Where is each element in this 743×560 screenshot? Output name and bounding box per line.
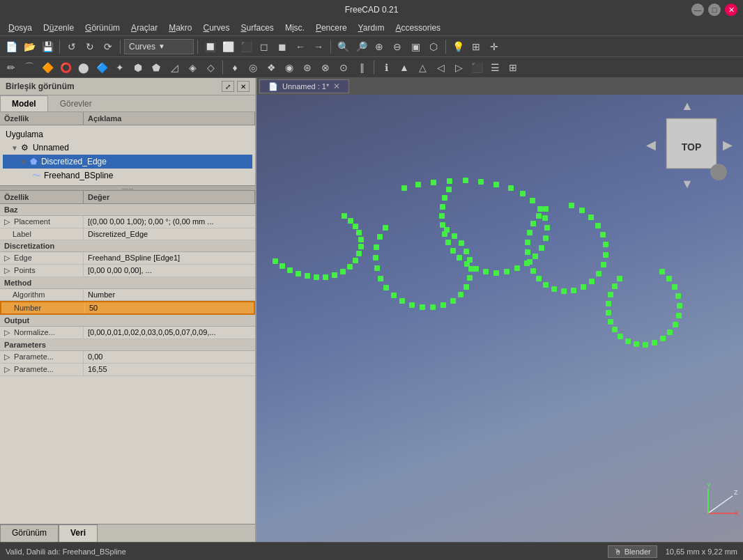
tb2-19[interactable]: ⊙: [335, 59, 352, 76]
tb2-11[interactable]: ◈: [184, 59, 201, 76]
menu-curves[interactable]: Curves: [197, 22, 235, 34]
prop-row-param1[interactable]: ▷ Paramete... 0,00: [0, 351, 255, 364]
tb-zoom2[interactable]: 🔎: [353, 38, 369, 55]
tb2-15[interactable]: ❖: [263, 59, 279, 76]
tb-box[interactable]: ▣: [407, 38, 424, 55]
tb-save[interactable]: 💾: [39, 38, 56, 55]
tb-light[interactable]: 💡: [450, 38, 466, 55]
tb-refresh[interactable]: ⟳: [100, 38, 116, 55]
menu-yardim[interactable]: Yardım: [353, 22, 390, 34]
menu-araclar[interactable]: Araçlar: [125, 22, 163, 34]
tb2-1[interactable]: ✏: [3, 59, 20, 76]
doc-tab-close-btn[interactable]: ✕: [333, 81, 340, 91]
tb-redo[interactable]: ↻: [82, 38, 98, 55]
nav-down-arrow-icon: ▼: [681, 177, 694, 189]
tb2-10[interactable]: ◿: [166, 59, 183, 76]
toggle-edge-icon[interactable]: ▷: [4, 254, 10, 262]
menu-accessories[interactable]: Accessories: [390, 22, 446, 34]
nav-cube[interactable]: ▲ ▼ ◀ ▶ TOP: [645, 99, 736, 189]
tb-undo[interactable]: ↺: [63, 38, 80, 55]
tb-zoom1[interactable]: 🔍: [335, 38, 351, 55]
toggle-param2-icon[interactable]: ▷: [4, 365, 10, 373]
tb-zoom4[interactable]: ⊖: [389, 38, 406, 55]
tb-new[interactable]: 📄: [3, 38, 20, 55]
tb2-7[interactable]: ✦: [112, 59, 128, 76]
prop-value-number[interactable]: 50: [85, 302, 254, 313]
tb2-14[interactable]: ◎: [245, 59, 261, 76]
tb2-26[interactable]: ⬛: [468, 59, 485, 76]
panel-close-btn[interactable]: ✕: [237, 81, 250, 92]
tb2-16[interactable]: ◉: [281, 59, 298, 76]
workbench-dropdown[interactable]: Curves ▼: [124, 39, 194, 54]
tb2-9[interactable]: ⬟: [148, 59, 164, 76]
tb2-23[interactable]: △: [414, 59, 431, 76]
edge-icon: ⬟: [28, 156, 39, 167]
tb-view4[interactable]: ◻: [256, 38, 273, 55]
menu-duzenle[interactable]: Düzenle: [38, 22, 79, 34]
tb2-18[interactable]: ⊗: [317, 59, 334, 76]
maximize-button[interactable]: □: [708, 3, 721, 16]
menu-makro[interactable]: Makro: [163, 22, 197, 34]
toggle-unnamed[interactable]: ▼: [11, 144, 18, 152]
toggle-discretized[interactable]: ▼: [20, 158, 26, 166]
tree-item-unnamed[interactable]: ▼ ⚙ Unnamed: [3, 141, 252, 155]
toggle-placement-icon[interactable]: ▷: [4, 217, 10, 226]
prop-row-placement[interactable]: ▷ Placement [(0,00 0,00 1,00); 0,00 °; (…: [0, 216, 255, 228]
tb2-12[interactable]: ◇: [202, 59, 219, 76]
tb2-13[interactable]: ♦: [227, 59, 243, 76]
tb2-6[interactable]: 🔷: [93, 59, 110, 76]
tb-view2[interactable]: ⬜: [220, 38, 236, 55]
tb-open[interactable]: 📂: [21, 38, 38, 55]
prop-row-number[interactable]: Number 50: [0, 301, 255, 315]
tb2-24[interactable]: ◁: [432, 59, 449, 76]
tree-item-discretized[interactable]: ▼ ⬟ Discretized_Edge: [3, 155, 252, 169]
prop-row-normalize[interactable]: ▷ Normalize... [0,00,0,01,0,02,0,03,0,05…: [0, 327, 255, 339]
minimize-button[interactable]: —: [691, 3, 704, 16]
tab-gorevler[interactable]: Görevler: [48, 95, 104, 111]
menu-dosya[interactable]: Dosya: [3, 22, 38, 34]
toggle-param1-icon[interactable]: ▷: [4, 352, 10, 361]
tb2-22[interactable]: ▲: [396, 59, 413, 76]
menu-surfaces[interactable]: Surfaces: [236, 22, 279, 34]
dropdown-arrow-icon: ▼: [158, 42, 165, 50]
prop-row-edge[interactable]: ▷ Edge Freehand_BSpline [Edge1]: [0, 252, 255, 265]
tb-perspective[interactable]: ⬡: [425, 38, 442, 55]
viewport[interactable]: 📄 Unnamed : 1* ✕ ▲ ▼ ◀ ▶ TOP: [256, 78, 743, 542]
menu-gorunum[interactable]: Görünüm: [79, 22, 125, 34]
prop-row-points[interactable]: ▷ Points [0,00 0,00 0,00], ...: [0, 265, 255, 277]
tb-view3[interactable]: ⬛: [238, 38, 254, 55]
tb2-2[interactable]: ⌒: [21, 59, 38, 76]
menu-misc[interactable]: Misc.: [279, 22, 310, 34]
tb2-8[interactable]: ⬢: [130, 59, 146, 76]
tb-grid[interactable]: ⊞: [468, 38, 484, 55]
tb-view5[interactable]: ◼: [274, 38, 291, 55]
menu-pencere[interactable]: Pencere: [310, 22, 353, 34]
close-button[interactable]: ✕: [725, 3, 737, 16]
tb-snap[interactable]: ✛: [486, 38, 503, 55]
tb-view1[interactable]: 🔲: [201, 38, 218, 55]
tb-nav-back[interactable]: ←: [292, 38, 309, 55]
blender-button[interactable]: 🖱 Blender: [608, 545, 657, 558]
toggle-points-icon[interactable]: ▷: [4, 266, 10, 274]
tb2-28[interactable]: ⊞: [505, 59, 521, 76]
tb2-3[interactable]: 🔶: [39, 59, 56, 76]
tb-zoom3[interactable]: ⊕: [371, 38, 388, 55]
tb2-25[interactable]: ▷: [450, 59, 467, 76]
tree-item-freehand[interactable]: 〜 Freehand_BSpline: [3, 169, 252, 182]
toggle-normalize-icon[interactable]: ▷: [4, 328, 10, 336]
tb2-20[interactable]: ∥: [353, 59, 370, 76]
prop-row-param2[interactable]: ▷ Paramete... 16,55: [0, 364, 255, 376]
svg-rect-113: [358, 237, 364, 242]
tab-model[interactable]: Model: [0, 95, 48, 111]
tb2-21[interactable]: ℹ: [378, 59, 395, 76]
tb-nav-fwd[interactable]: →: [310, 38, 327, 55]
tb2-5[interactable]: ⬤: [75, 59, 92, 76]
tb2-4[interactable]: ⭕: [57, 59, 74, 76]
bottom-tab-gorunum[interactable]: Görünüm: [0, 524, 59, 542]
doc-tab-unnamed[interactable]: 📄 Unnamed : 1* ✕: [259, 79, 349, 93]
splitter[interactable]: -----: [0, 185, 255, 191]
panel-expand-btn[interactable]: ⤢: [222, 81, 234, 92]
tb2-27[interactable]: ☰: [487, 59, 503, 76]
bottom-tab-veri[interactable]: Veri: [59, 524, 98, 542]
tb2-17[interactable]: ⊛: [299, 59, 316, 76]
